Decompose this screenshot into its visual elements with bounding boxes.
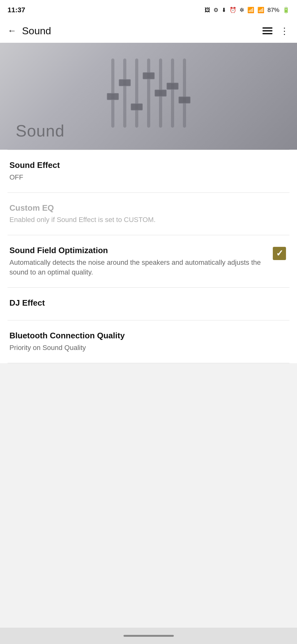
- more-options-button[interactable]: ⋮: [280, 26, 289, 36]
- wifi-icon: 📶: [247, 7, 254, 14]
- status-icons: 🖼 ⚙ ⬇ ⏰ ✲ 📶 📶 87% 🔋: [205, 7, 289, 14]
- custom-eq-title: Custom EQ: [9, 203, 281, 214]
- dj-effect-text: DJ Effect: [9, 298, 288, 310]
- fader-4: [147, 58, 150, 128]
- fader-knob-7: [179, 97, 190, 103]
- custom-eq-subtitle: Enabled only if Sound Effect is set to C…: [9, 215, 281, 225]
- custom-eq-inner: Custom EQ Enabled only if Sound Effect i…: [9, 203, 288, 225]
- fader-7: [183, 58, 186, 128]
- fader-1: [111, 58, 114, 128]
- sound-field-optimization-text: Sound Field Optimization Automatically d…: [9, 245, 271, 277]
- dj-effect-item[interactable]: DJ Effect: [0, 288, 297, 320]
- sound-effect-subtitle: OFF: [9, 173, 281, 182]
- menu-line-2: [262, 30, 272, 31]
- bluetooth-icon: ✲: [239, 7, 244, 14]
- fader-knob-1: [107, 93, 119, 100]
- settings-icon: ⚙: [213, 7, 218, 14]
- checkmark-icon: ✓: [276, 249, 283, 258]
- bluetooth-quality-text: Bluetooth Connection Quality Priority on…: [9, 330, 288, 353]
- sound-field-checkbox-container[interactable]: ✓: [271, 245, 288, 262]
- app-bar-right: ⋮: [262, 26, 289, 36]
- sound-field-optimization-subtitle: Automatically detects the noise around t…: [9, 258, 265, 277]
- custom-eq-item: Custom EQ Enabled only if Sound Effect i…: [0, 193, 297, 235]
- fader-3: [135, 58, 138, 128]
- fader-knob-2: [119, 79, 131, 86]
- bluetooth-quality-inner: Bluetooth Connection Quality Priority on…: [9, 330, 288, 353]
- bluetooth-quality-title: Bluetooth Connection Quality: [9, 330, 281, 341]
- sound-effect-title: Sound Effect: [9, 160, 281, 171]
- sound-field-optimization-inner: Sound Field Optimization Automatically d…: [9, 245, 288, 277]
- alarm-icon: ⏰: [229, 7, 236, 14]
- hero-title: Sound: [16, 121, 64, 140]
- fader-knob-5: [155, 90, 167, 97]
- menu-button[interactable]: [262, 27, 272, 34]
- fader-6: [171, 58, 174, 128]
- fader-2: [123, 58, 126, 128]
- bottom-pill: [124, 635, 174, 637]
- menu-line-1: [262, 27, 272, 29]
- photo-icon: 🖼: [205, 7, 210, 14]
- fader-5: [159, 58, 162, 128]
- bluetooth-quality-subtitle: Priority on Sound Quality: [9, 343, 281, 353]
- battery-icon: 🔋: [283, 7, 289, 14]
- app-bar: ← Sound ⋮: [0, 19, 297, 43]
- sound-field-optimization-title: Sound Field Optimization: [9, 245, 265, 256]
- sound-effect-item[interactable]: Sound Effect OFF: [0, 150, 297, 192]
- sound-effect-text: Sound Effect OFF: [9, 160, 288, 182]
- dj-effect-title: DJ Effect: [9, 298, 281, 308]
- bottom-nav-bar: [0, 628, 297, 644]
- signal-icon: 📶: [257, 7, 264, 14]
- hero-image: Sound: [0, 43, 297, 150]
- status-bar: 11:37 🖼 ⚙ ⬇ ⏰ ✲ 📶 📶 87% 🔋: [0, 0, 297, 19]
- page-title: Sound: [22, 25, 51, 37]
- gray-background: [0, 363, 297, 489]
- settings-list: Sound Effect OFF Custom EQ Enabled only …: [0, 150, 297, 363]
- app-bar-left: ← Sound: [8, 25, 51, 37]
- fader-knob-6: [167, 83, 179, 90]
- fader-group: [111, 58, 186, 134]
- battery-text: 87%: [267, 7, 279, 14]
- sound-field-optimization-item[interactable]: Sound Field Optimization Automatically d…: [0, 235, 297, 287]
- menu-line-3: [262, 33, 272, 34]
- fader-knob-4: [143, 72, 155, 79]
- status-time: 11:37: [8, 6, 25, 14]
- sound-effect-inner: Sound Effect OFF: [9, 160, 288, 182]
- bluetooth-quality-item[interactable]: Bluetooth Connection Quality Priority on…: [0, 320, 297, 363]
- fader-knob-3: [131, 103, 143, 110]
- back-button[interactable]: ←: [8, 26, 16, 36]
- sound-field-checkbox[interactable]: ✓: [273, 247, 286, 260]
- custom-eq-text: Custom EQ Enabled only if Sound Effect i…: [9, 203, 288, 225]
- dj-effect-inner: DJ Effect: [9, 298, 288, 310]
- download-icon: ⬇: [222, 7, 226, 14]
